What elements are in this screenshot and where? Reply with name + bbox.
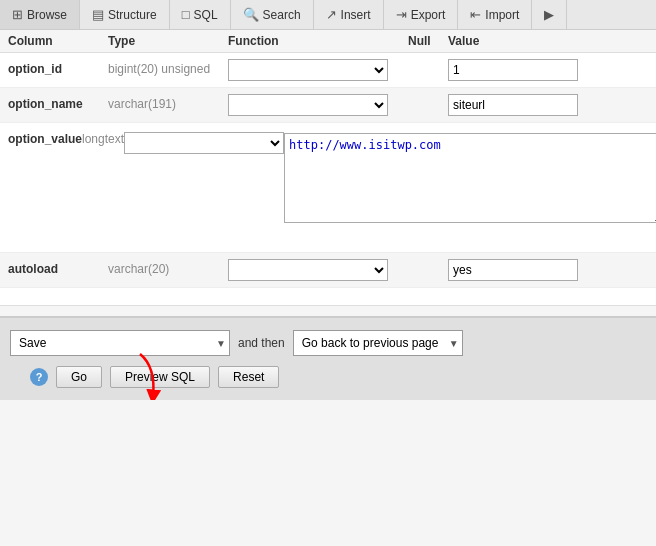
tab-insert-label: Insert (341, 8, 371, 22)
save-select-wrapper[interactable]: Save ▼ (10, 330, 230, 356)
more-icon: ▶ (544, 7, 554, 22)
help-icon[interactable]: ? (30, 368, 48, 386)
field-value-option-id[interactable] (448, 59, 648, 81)
field-function-option-value[interactable] (124, 129, 284, 154)
field-name-autoload: autoload (8, 259, 108, 276)
col-header-column: Column (8, 34, 108, 48)
field-function-autoload[interactable] (228, 259, 408, 281)
tab-more[interactable]: ▶ (532, 0, 567, 29)
reset-button[interactable]: Reset (218, 366, 279, 388)
field-name-option-id: option_id (8, 59, 108, 76)
browse-icon: ⊞ (12, 7, 23, 22)
tab-export-label: Export (411, 8, 446, 22)
function-select-autoload[interactable] (228, 259, 388, 281)
field-name-option-value: option_value (8, 129, 82, 146)
export-icon: ⇥ (396, 7, 407, 22)
table-row: option_id bigint(20) unsigned (0, 53, 656, 88)
action-row-buttons: ? Go Preview SQL Reset (10, 366, 646, 388)
table-row: autoload varchar(20) (0, 253, 656, 288)
value-input-autoload[interactable] (448, 259, 578, 281)
tab-search[interactable]: 🔍 Search (231, 0, 314, 29)
tab-browse[interactable]: ⊞ Browse (0, 0, 80, 29)
function-select-option-value[interactable] (124, 132, 284, 154)
col-header-function: Function (228, 34, 408, 48)
import-icon: ⇤ (470, 7, 481, 22)
tab-export[interactable]: ⇥ Export (384, 0, 459, 29)
table-row: option_name varchar(191) (0, 88, 656, 123)
tab-import[interactable]: ⇤ Import (458, 0, 532, 29)
insert-icon: ↗ (326, 7, 337, 22)
col-header-value: Value (448, 34, 648, 48)
field-null-option-id (408, 59, 448, 62)
tab-search-label: Search (263, 8, 301, 22)
value-textarea-option-value[interactable]: http://www.isitwp.com (284, 133, 656, 223)
field-null-autoload (408, 259, 448, 262)
function-select-option-id[interactable] (228, 59, 388, 81)
col-header-type: Type (108, 34, 228, 48)
save-select[interactable]: Save (10, 330, 230, 356)
after-select-wrapper[interactable]: Go back to previous page ▼ (293, 330, 463, 356)
structure-icon: ▤ (92, 7, 104, 22)
tab-sql[interactable]: □ SQL (170, 0, 231, 29)
spacer (0, 288, 656, 306)
value-input-option-id[interactable] (448, 59, 578, 81)
and-then-label: and then (238, 336, 285, 350)
col-header-null: Null (408, 34, 448, 48)
field-type-option-id: bigint(20) unsigned (108, 59, 228, 76)
sql-icon: □ (182, 7, 190, 22)
field-name-option-name: option_name (8, 94, 108, 111)
action-bar: Save ▼ and then Go back to p (0, 316, 656, 400)
tab-structure[interactable]: ▤ Structure (80, 0, 170, 29)
tab-import-label: Import (485, 8, 519, 22)
search-icon: 🔍 (243, 7, 259, 22)
tab-insert[interactable]: ↗ Insert (314, 0, 384, 29)
go-button[interactable]: Go (56, 366, 102, 388)
preview-sql-button[interactable]: Preview SQL (110, 366, 210, 388)
field-value-option-value[interactable]: http://www.isitwp.com (284, 129, 656, 226)
field-type-option-name: varchar(191) (108, 94, 228, 111)
after-select[interactable]: Go back to previous page (293, 330, 463, 356)
tab-sql-label: SQL (194, 8, 218, 22)
action-row-save: Save ▼ and then Go back to p (10, 330, 646, 356)
table-row: option_value longtext http://www.isitwp.… (0, 123, 656, 253)
field-type-option-value: longtext (82, 129, 124, 146)
field-value-autoload[interactable] (448, 259, 648, 281)
field-function-option-id[interactable] (228, 59, 408, 81)
field-type-autoload: varchar(20) (108, 259, 228, 276)
tab-structure-label: Structure (108, 8, 157, 22)
nav-tabs: ⊞ Browse ▤ Structure □ SQL 🔍 Search ↗ In… (0, 0, 656, 30)
function-select-option-name[interactable] (228, 94, 388, 116)
tab-browse-label: Browse (27, 8, 67, 22)
table-header: Column Type Function Null Value (0, 30, 656, 53)
field-null-option-name (408, 94, 448, 97)
field-value-option-name[interactable] (448, 94, 648, 116)
value-input-option-name[interactable] (448, 94, 578, 116)
field-function-option-name[interactable] (228, 94, 408, 116)
